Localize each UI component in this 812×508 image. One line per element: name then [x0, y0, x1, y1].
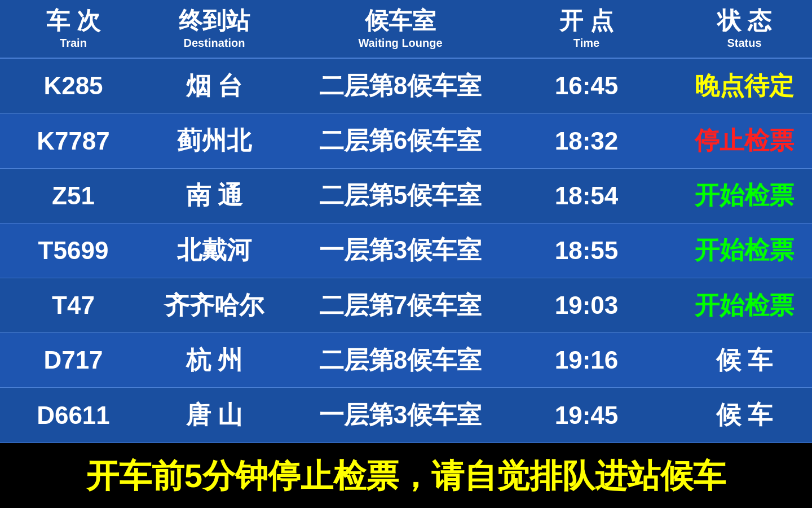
header-en-2: Waiting Lounge — [299, 35, 502, 51]
train-number: D717 — [11, 341, 135, 379]
header-cell-3: 开 点Time — [508, 0, 665, 58]
destination: 北戴河 — [135, 229, 293, 271]
train-status: 候 车 — [665, 339, 812, 382]
table-row: K7787蓟州北二层第6候车室18:32停止检票 — [0, 114, 812, 169]
data-rows: K285烟 台二层第8候车室16:45晚点待定K7787蓟州北二层第6候车室18… — [0, 59, 812, 443]
header-zh-2: 候车室 — [299, 7, 502, 35]
header-cell-2: 候车室Waiting Lounge — [293, 0, 508, 58]
waiting-lounge: 二层第8候车室 — [293, 339, 508, 382]
destination: 齐齐哈尔 — [135, 284, 293, 327]
destination: 蓟州北 — [135, 120, 293, 162]
waiting-lounge: 二层第8候车室 — [293, 65, 508, 107]
train-status: 开始检票 — [665, 174, 812, 217]
train-status: 开始检票 — [665, 284, 812, 327]
destination: 唐 山 — [135, 394, 293, 436]
destination: 烟 台 — [135, 65, 293, 107]
header-zh-0: 车 次 — [17, 7, 130, 35]
table-row: K285烟 台二层第8候车室16:45晚点待定 — [0, 59, 812, 113]
header-en-0: Train — [17, 35, 130, 51]
departure-time: 18:54 — [508, 177, 665, 214]
train-number: T47 — [11, 287, 135, 324]
table-row: T47齐齐哈尔二层第7候车室19:03开始检票 — [0, 278, 812, 333]
departure-time: 19:16 — [508, 341, 665, 379]
header-en-3: Time — [513, 35, 660, 51]
departure-time: 16:45 — [508, 67, 665, 104]
waiting-lounge: 一层第3候车室 — [293, 394, 508, 436]
header-zh-1: 终到站 — [141, 7, 288, 35]
waiting-lounge: 二层第7候车室 — [293, 284, 508, 327]
waiting-lounge: 一层第3候车室 — [293, 229, 508, 271]
header-en-4: Status — [671, 35, 812, 51]
departure-time: 19:03 — [508, 287, 665, 324]
header-cell-4: 状 态Status — [665, 0, 812, 58]
footer-text: 开车前5分钟停止检票，请自觉排队进站候车 — [23, 454, 789, 497]
train-number: D6611 — [11, 397, 135, 434]
departure-time: 19:45 — [508, 397, 665, 434]
waiting-lounge: 二层第5候车室 — [293, 174, 508, 217]
waiting-lounge: 二层第6候车室 — [293, 120, 508, 162]
departure-time: 18:32 — [508, 122, 665, 160]
header-cell-1: 终到站Destination — [135, 0, 293, 58]
train-number: K7787 — [11, 122, 135, 160]
train-number: T5699 — [11, 232, 135, 269]
table-row: D717杭 州二层第8候车室19:16候 车 — [0, 333, 812, 388]
train-status: 候 车 — [665, 394, 812, 436]
header-row: 车 次Train终到站Destination候车室Waiting Lounge开… — [0, 0, 812, 59]
table-row: Z51南 通二层第5候车室18:54开始检票 — [0, 169, 812, 224]
header-zh-4: 状 态 — [671, 7, 812, 35]
train-board: 车 次Train终到站Destination候车室Waiting Lounge开… — [0, 0, 812, 443]
train-status: 晚点待定 — [665, 65, 812, 107]
train-number: Z51 — [11, 177, 135, 214]
table-row: T5699北戴河一层第3候车室18:55开始检票 — [0, 224, 812, 278]
footer-banner: 开车前5分钟停止检票，请自觉排队进站候车 — [0, 443, 812, 508]
destination: 杭 州 — [135, 339, 293, 382]
destination: 南 通 — [135, 174, 293, 217]
header-en-1: Destination — [141, 35, 288, 51]
header-cell-0: 车 次Train — [11, 0, 135, 58]
train-status: 开始检票 — [665, 229, 812, 271]
departure-time: 18:55 — [508, 232, 665, 269]
table-row: D6611唐 山一层第3候车室19:45候 车 — [0, 388, 812, 443]
train-number: K285 — [11, 67, 135, 104]
header-zh-3: 开 点 — [513, 7, 660, 35]
train-status: 停止检票 — [665, 120, 812, 162]
